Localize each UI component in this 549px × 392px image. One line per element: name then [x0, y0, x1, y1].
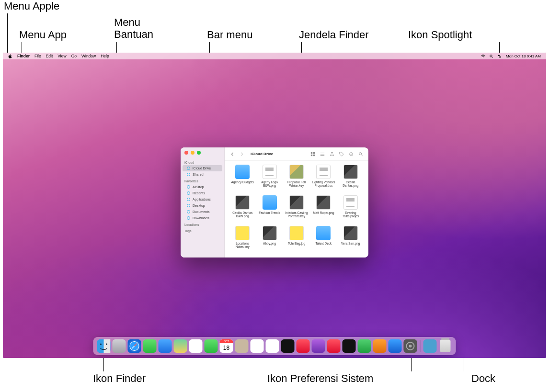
menu-edit[interactable]: Edit: [44, 53, 56, 59]
file-item[interactable]: Agency Budgets: [229, 165, 255, 194]
action-button[interactable]: [347, 151, 355, 157]
file-item[interactable]: Cecilia Dantas B&W.png: [229, 195, 255, 225]
file-icon: [263, 195, 277, 210]
menu-bar: Finder FileEditViewGoWindowHelp Mon Oct …: [3, 53, 546, 59]
wifi-icon[interactable]: [479, 54, 487, 58]
file-item[interactable]: Vera San.png: [338, 226, 364, 256]
dock: OCT18: [93, 337, 456, 355]
file-icon: [289, 226, 304, 240]
svg-rect-3: [499, 56, 501, 57]
file-label: Ageny Logo B&W.png: [257, 180, 282, 187]
file-label: Locations Notes.key: [230, 242, 255, 248]
sidebar-item-documents[interactable]: Documents: [183, 209, 222, 215]
menubar-clock[interactable]: Mon Oct 18 9:41 AM: [503, 53, 543, 59]
download-icon: [186, 216, 191, 220]
dock-tv-icon[interactable]: [281, 339, 295, 353]
file-item[interactable]: Lighting Vendors Proposal.doc: [310, 165, 336, 194]
dock-calendar-icon[interactable]: OCT18: [220, 339, 233, 353]
dock-podcasts-icon[interactable]: [312, 339, 325, 353]
file-item[interactable]: Locations Notes.key: [229, 226, 255, 256]
file-icon: [343, 226, 358, 240]
dock-trash-icon[interactable]: [439, 339, 452, 353]
group-button[interactable]: [319, 151, 326, 157]
file-label: Cecilia Dantas.png: [338, 180, 363, 187]
spotlight-icon[interactable]: [487, 54, 495, 58]
close-button[interactable]: [184, 151, 188, 155]
menu-view[interactable]: View: [55, 53, 69, 59]
svg-point-21: [100, 344, 102, 345]
control-center-icon[interactable]: [495, 54, 503, 58]
menu-file[interactable]: File: [32, 53, 44, 59]
menu-go[interactable]: Go: [69, 53, 79, 59]
menu-help[interactable]: Help: [98, 53, 111, 59]
file-item[interactable]: Tote Bag.jpg: [284, 226, 309, 256]
anno-finder-window: Jendela Finder: [299, 29, 369, 41]
minimize-button[interactable]: [191, 151, 194, 155]
macos-desktop: Finder FileEditViewGoWindowHelp Mon Oct …: [3, 53, 546, 358]
app-menu-finder[interactable]: Finder: [15, 53, 32, 59]
dock-reminders-icon[interactable]: [251, 339, 264, 353]
sidebar-item-airdrop[interactable]: AirDrop: [183, 184, 222, 190]
dock-systempreferences-icon[interactable]: [404, 339, 417, 353]
file-icon: [235, 226, 250, 240]
file-item[interactable]: Matt Roper.png: [310, 195, 336, 225]
file-item[interactable]: Cecilia Dantas.png: [338, 165, 364, 194]
dock-numbers-icon[interactable]: [358, 339, 371, 353]
finder-file-grid: Agency BudgetsAgeny Logo B&W.pngProposal…: [225, 161, 368, 258]
svg-rect-20: [104, 339, 111, 353]
sidebar-item-desktop[interactable]: Desktop: [183, 202, 222, 209]
dock-maps-icon[interactable]: [174, 339, 187, 353]
file-item[interactable]: Talent Deck: [310, 226, 336, 256]
dock-notes-icon[interactable]: [266, 339, 279, 353]
dock-pages-icon[interactable]: [373, 339, 387, 353]
sidebar-item-icloud-drive[interactable]: iCloud Drive: [183, 165, 222, 171]
menu-window[interactable]: Window: [79, 53, 98, 59]
dock-safari-icon[interactable]: [128, 339, 141, 353]
dock-messages-icon[interactable]: [143, 339, 157, 353]
file-label: Talent Deck: [315, 242, 332, 245]
sidebar-item-downloads[interactable]: Downloads: [183, 215, 222, 221]
forward-button[interactable]: [238, 151, 246, 157]
cloud-icon: [186, 166, 191, 170]
svg-point-7: [187, 192, 190, 195]
finder-main: iCloud Drive Agency BudgetsAgeny Logo B&…: [225, 147, 368, 258]
view-icons-button[interactable]: [309, 151, 317, 157]
sidebar-item-shared[interactable]: Shared: [183, 171, 222, 178]
dock-finder-icon[interactable]: [97, 339, 111, 353]
file-item[interactable]: Ageny Logo B&W.png: [256, 165, 282, 194]
file-label: Proposal Fall Winter.key: [284, 180, 309, 187]
dock-stocks-icon[interactable]: [343, 339, 356, 353]
svg-point-9: [187, 204, 190, 207]
file-item[interactable]: Abby.png: [256, 226, 282, 256]
svg-point-17: [359, 152, 362, 155]
file-item[interactable]: Fashion Trends: [256, 195, 282, 225]
dock-news-icon[interactable]: [327, 339, 341, 353]
back-button[interactable]: [229, 151, 236, 157]
sidebar-item-label: Documents: [193, 210, 209, 213]
dock-mail-icon[interactable]: [159, 339, 172, 353]
file-label: Interiors Casting Portraits.key: [284, 211, 309, 218]
dock-music-icon[interactable]: [297, 339, 310, 353]
share-button[interactable]: [328, 151, 336, 157]
finder-title: iCloud Drive: [248, 152, 276, 156]
dock-launchpad-icon[interactable]: [113, 339, 126, 353]
leader-syspref: [411, 357, 412, 371]
dock-photos-icon[interactable]: [189, 339, 203, 353]
file-label: Agency Budgets: [231, 180, 254, 184]
file-item[interactable]: Evening Talks.pages: [338, 195, 364, 225]
file-item[interactable]: Proposal Fall Winter.key: [284, 165, 309, 194]
dock-contacts-icon[interactable]: [235, 339, 249, 353]
dock-downloads-icon[interactable]: [423, 339, 437, 353]
tag-button[interactable]: [338, 151, 345, 157]
sidebar-heading: iCloud: [181, 159, 224, 165]
dock-facetime-icon[interactable]: [205, 339, 218, 353]
dock-appstore-icon[interactable]: [389, 339, 402, 353]
zoom-button[interactable]: [197, 151, 201, 155]
file-item[interactable]: Interiors Casting Portraits.key: [284, 195, 309, 225]
sidebar-item-applications[interactable]: Applications: [183, 196, 222, 202]
svg-rect-14: [311, 154, 312, 156]
apple-menu[interactable]: [6, 53, 15, 59]
search-button[interactable]: [357, 151, 365, 157]
leader-menubar: [209, 42, 210, 53]
sidebar-item-recents[interactable]: Recents: [183, 190, 222, 196]
